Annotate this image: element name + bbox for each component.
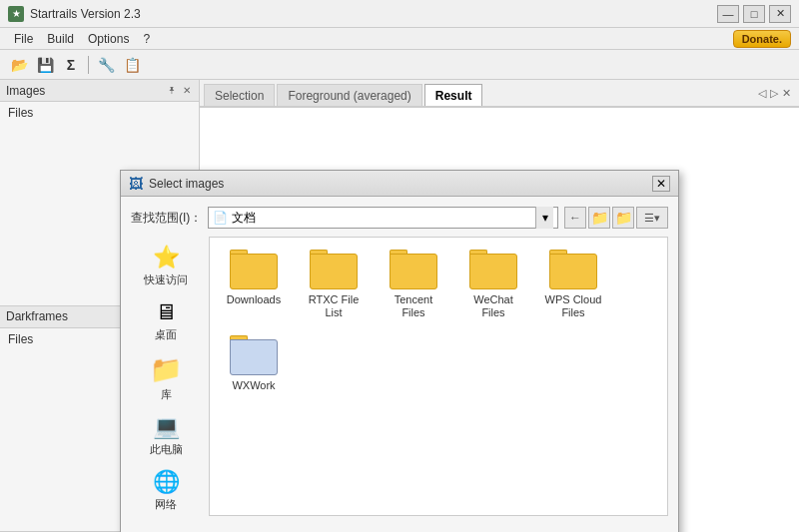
location-input-text: 文档 xyxy=(232,210,531,227)
menu-build[interactable]: Build xyxy=(41,30,80,48)
menu-items: File Build Options ? xyxy=(8,30,156,48)
nav-item-desktop-label: 桌面 xyxy=(155,327,177,342)
quick-access-icon: ⭐ xyxy=(153,245,180,270)
nav-item-library-label: 库 xyxy=(161,387,172,402)
maximize-button[interactable]: □ xyxy=(743,5,765,23)
menu-file[interactable]: File xyxy=(8,30,39,48)
nav-item-network-label: 网络 xyxy=(155,497,177,512)
nav-buttons: ← 📁 📁 ☰▾ xyxy=(564,207,668,229)
dialog-body: 查找范围(I)： 📄 文档 ▾ ← 📁 📁 ☰▾ xyxy=(121,197,678,526)
nav-back-button[interactable]: ← xyxy=(564,207,586,229)
toolbar-separator-1 xyxy=(88,56,89,74)
dialog-title-bar: 🖼 Select images ✕ xyxy=(121,171,678,197)
nav-item-desktop[interactable]: 🖥 桌面 xyxy=(135,295,197,346)
folder-body xyxy=(230,254,278,289)
location-input[interactable]: 📄 文档 ▾ xyxy=(208,207,558,229)
nav-view-button[interactable]: ☰▾ xyxy=(636,207,668,229)
images-panel-content: Files xyxy=(0,102,199,162)
toolbar-settings[interactable]: 🔧 xyxy=(95,54,117,76)
location-dropdown-button[interactable]: ▾ xyxy=(535,207,553,229)
tabs-bar: Selection Foreground (averaged) Result ◁… xyxy=(200,80,799,108)
network-icon: 🌐 xyxy=(153,469,180,495)
file-grid: Downloads RTXC File List xyxy=(209,237,668,516)
dialog-title-text: Select images xyxy=(149,177,224,191)
folder-icon xyxy=(230,250,278,289)
list-item[interactable]: Downloads xyxy=(218,246,290,323)
list-item[interactable]: Tencent Files xyxy=(378,246,449,323)
file-browser: ⭐ 快速访问 🖥 桌面 📁 库 💻 此电脑 xyxy=(131,237,668,516)
dialog-title-icon: 🖼 xyxy=(129,176,143,192)
folder-body xyxy=(230,339,278,375)
location-label: 查找范围(I)： xyxy=(131,210,202,227)
app-icon: ★ xyxy=(8,6,24,22)
images-panel-title: Images xyxy=(6,84,45,98)
file-label: RTXC File List xyxy=(302,293,366,319)
tab-next-button[interactable]: ▷ xyxy=(770,87,778,100)
nav-item-quick-access-label: 快速访问 xyxy=(144,272,188,287)
menu-bar: File Build Options ? Donate. xyxy=(0,28,799,50)
file-label: Tencent Files xyxy=(382,293,445,319)
list-item[interactable]: WXWork xyxy=(218,331,290,396)
folder-icon xyxy=(230,335,278,375)
app-title: Startrails Version 2.3 xyxy=(30,7,141,21)
folder-icon xyxy=(310,250,358,289)
images-pin-button[interactable]: 🖈 xyxy=(165,85,179,96)
main-layout: Images 🖈 ✕ Files Darkframes 🖈 ✕ Files xyxy=(0,80,799,532)
donate-button[interactable]: Donate. xyxy=(733,30,791,48)
folder-icon xyxy=(469,250,517,289)
toolbar-save[interactable]: 💾 xyxy=(34,54,56,76)
nav-new-folder-button[interactable]: 📁 xyxy=(612,207,634,229)
menu-help[interactable]: ? xyxy=(137,30,156,48)
images-panel-header: Images 🖈 ✕ xyxy=(0,80,199,102)
nav-item-library[interactable]: 📁 库 xyxy=(135,350,197,406)
dialog-bottom: 文件名(N)： I ▾ 打开(O) 文件类型(I)： Images (*.BMP… xyxy=(121,526,678,532)
nav-item-quick-access[interactable]: ⭐ 快速访问 xyxy=(135,241,197,291)
file-label: WPS Cloud Files xyxy=(541,293,605,319)
toolbar-clip[interactable]: 📋 xyxy=(121,54,143,76)
title-bar-left: ★ Startrails Version 2.3 xyxy=(8,6,141,22)
file-label: WXWork xyxy=(232,379,275,392)
nav-sidebar: ⭐ 快速访问 🖥 桌面 📁 库 💻 此电脑 xyxy=(131,237,201,516)
folder-body xyxy=(469,254,517,289)
location-row: 查找范围(I)： 📄 文档 ▾ ← 📁 📁 ☰▾ xyxy=(131,207,668,229)
computer-icon: 💻 xyxy=(153,414,180,440)
images-files-label: Files xyxy=(4,104,37,122)
dialog-close-button[interactable]: ✕ xyxy=(652,176,670,192)
list-item[interactable]: RTXC File List xyxy=(298,246,370,323)
close-button[interactable]: ✕ xyxy=(769,5,791,23)
images-panel-controls: 🖈 ✕ xyxy=(165,85,193,96)
folder-icon xyxy=(549,250,597,289)
nav-item-computer-label: 此电脑 xyxy=(150,442,183,457)
nav-item-network[interactable]: 🌐 网络 xyxy=(135,465,197,516)
toolbar: 📂 💾 Σ 🔧 📋 xyxy=(0,50,799,80)
folder-body xyxy=(310,254,358,289)
file-label: WeChat Files xyxy=(461,293,525,319)
title-bar: ★ Startrails Version 2.3 — □ ✕ xyxy=(0,0,799,28)
nav-up-button[interactable]: 📁 xyxy=(588,207,610,229)
desktop-icon: 🖥 xyxy=(155,299,177,325)
dialog-overlay: 🖼 Select images ✕ 查找范围(I)： 📄 文档 ▾ xyxy=(0,160,799,510)
file-label: Downloads xyxy=(227,293,281,306)
tab-foreground[interactable]: Foreground (averaged) xyxy=(277,84,421,106)
tab-result[interactable]: Result xyxy=(424,84,483,106)
toolbar-open[interactable]: 📂 xyxy=(8,54,30,76)
folder-icon xyxy=(390,250,437,289)
folder-body xyxy=(549,254,597,289)
images-close-button[interactable]: ✕ xyxy=(181,85,193,96)
nav-item-computer[interactable]: 💻 此电脑 xyxy=(135,410,197,461)
list-item[interactable]: WeChat Files xyxy=(457,246,529,323)
menu-options[interactable]: Options xyxy=(82,30,135,48)
tabs-left: Selection Foreground (averaged) Result xyxy=(204,80,484,106)
title-controls: — □ ✕ xyxy=(717,5,791,23)
tab-selection[interactable]: Selection xyxy=(204,84,275,106)
library-icon: 📁 xyxy=(150,354,182,385)
tab-prev-button[interactable]: ◁ xyxy=(758,87,766,100)
minimize-button[interactable]: — xyxy=(717,5,739,23)
dialog-title: 🖼 Select images xyxy=(129,176,224,192)
folder-body xyxy=(390,254,437,289)
tabs-right: ◁ ▷ ✕ xyxy=(758,87,795,100)
toolbar-sum[interactable]: Σ xyxy=(60,54,82,76)
location-select: 📄 文档 ▾ xyxy=(208,207,558,229)
list-item[interactable]: WPS Cloud Files xyxy=(537,246,609,323)
tab-close-button[interactable]: ✕ xyxy=(782,87,791,100)
